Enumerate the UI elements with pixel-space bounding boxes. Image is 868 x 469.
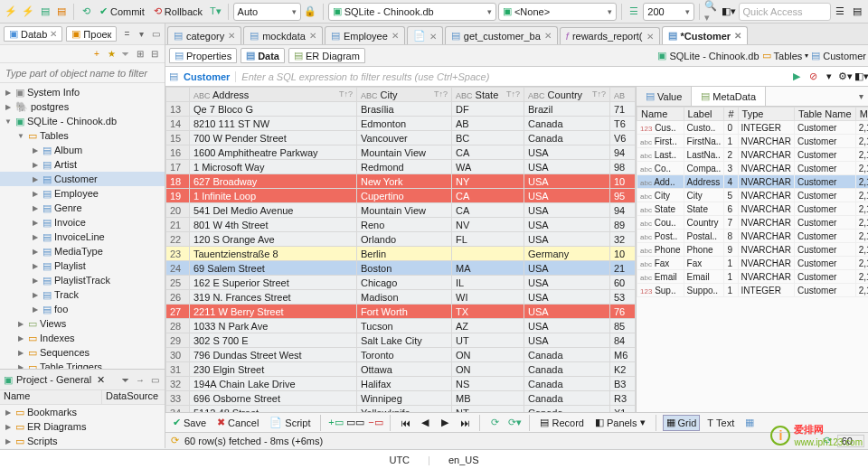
tree-table-customer[interactable]: ▶▤Customer (0, 172, 165, 186)
table-row[interactable]: 345112 48 StreetYellowknifeNTCanadaX1 (166, 406, 636, 413)
tree-table-employee[interactable]: ▶▤Employee (0, 186, 165, 201)
tree-table-playlisttrack[interactable]: ▶▤PlaylistTrack (0, 273, 165, 287)
tree-table-genre[interactable]: ▶▤Genre (0, 201, 165, 215)
perspective-icon[interactable]: ☰ (833, 4, 848, 20)
quick-access-input[interactable]: Quick Access (739, 3, 831, 21)
close-icon[interactable]: ✕ (50, 29, 57, 39)
tab-projects[interactable]: ▣Проек (66, 26, 117, 42)
table-row[interactable]: 281033 N Park AveTucsonAZUSA85 (166, 319, 636, 333)
meta-row[interactable]: abc Co..Compa..3NVARCHARCustomer2,147,48… (637, 162, 869, 175)
text-view-button[interactable]: TText (703, 415, 738, 431)
col-city[interactable]: ABC CityT↑? (357, 88, 452, 102)
minimize-icon[interactable]: ▭ (149, 28, 162, 41)
tree-node[interactable]: ▶▭Views (0, 316, 165, 331)
editor-tab[interactable]: ▤get_customer_ba✕ (445, 26, 558, 44)
tree-table-playlist[interactable]: ▶▤Playlist (0, 258, 165, 273)
tree-node[interactable]: ▼▣SQLite - Chinook.db (0, 114, 165, 128)
filter-input[interactable]: Enter a SQL expression to filter results… (236, 71, 788, 82)
editor-tab[interactable]: ▤*Customer✕ (662, 26, 749, 44)
editor-tab[interactable]: ▤Employee✕ (325, 26, 405, 44)
table-row[interactable]: 272211 W Berry StreetFort WorthTXUSA76 (166, 305, 636, 319)
tab-er-diagram[interactable]: ▤ER Diagram (288, 48, 365, 63)
close-icon[interactable]: ✕ (734, 31, 741, 41)
filter-star-icon[interactable]: ★ (105, 48, 118, 61)
tree-node[interactable]: ▶▣System Info (0, 85, 165, 99)
table-row[interactable]: 31230 Elgin StreetOttawaONCanadaK2 (166, 362, 636, 377)
project-item[interactable]: ▶▭Scripts (0, 434, 165, 448)
table-row[interactable]: 25162 E Superior StreetChicagoILUSA60 (166, 276, 636, 290)
cancel-button[interactable]: ✖Cancel (213, 415, 262, 431)
tree-table-album[interactable]: ▶▤Album (0, 143, 165, 157)
close-icon[interactable]: ✕ (429, 32, 437, 42)
meta-settings-icon[interactable]: ▾ (854, 90, 867, 103)
tree-table-track[interactable]: ▶▤Track (0, 287, 165, 302)
meta-col[interactable]: Type (738, 108, 794, 121)
meta-row[interactable]: abc Last..LastNa..2NVARCHARCustomer2,147… (637, 148, 869, 162)
breadcrumb-tables[interactable]: Tables (774, 51, 803, 61)
record-button[interactable]: ▤Record (536, 415, 587, 431)
search-icon[interactable]: 🔍▾ (704, 4, 720, 20)
schema-combo[interactable]: ▣ <None> (498, 3, 617, 21)
close-icon[interactable]: ✕ (646, 32, 654, 42)
table-row[interactable]: 30796 Dundas Street WestTorontoONCanadaM… (166, 348, 636, 362)
table-row[interactable]: 15700 W Pender StreetVancouverBCCanadaV6 (166, 131, 636, 145)
editor-tab[interactable]: 📄✕ (407, 26, 443, 44)
col-country[interactable]: ABC CountryT↑? (524, 88, 610, 102)
table-row[interactable]: 26319 N. Frances StreetMadisonWIUSA53 (166, 290, 636, 305)
link-editor-icon[interactable]: = (120, 28, 133, 41)
meta-row[interactable]: abc EmailEmail1NVARCHARCustomer2,147,483 (637, 270, 869, 284)
meta-row[interactable]: abc FaxFax1NVARCHARCustomer2,147,483 (637, 257, 869, 270)
tree-node[interactable]: ▶▭Indexes (0, 331, 165, 345)
meta-col[interactable]: Max L (855, 108, 868, 121)
tab-data[interactable]: ▤Data (241, 48, 285, 63)
close-icon[interactable]: ✕ (392, 31, 399, 41)
table-row[interactable]: 23Tauentzienstraße 8BerlinGermany10 (166, 247, 636, 261)
copy-row-icon[interactable]: ▭▭ (347, 415, 363, 431)
meta-row[interactable]: abc Post..Postal..8NVARCHARCustomer2,147… (637, 230, 869, 243)
table-row[interactable]: 13Qe 7 Bloco GBrasíliaDFBrazil71 (166, 102, 636, 117)
table-row[interactable]: 33696 Osborne StreetWinnipegMBCanadaR3 (166, 391, 636, 406)
collapse-all-icon[interactable]: ⊟ (148, 48, 161, 61)
table-row[interactable]: 18627 BroadwayNew YorkNYUSA10 (166, 174, 636, 189)
expand-all-icon[interactable]: ⊞ (134, 48, 146, 61)
table-row[interactable]: 21801 W 4th StreetRenoNVUSA89 (166, 218, 636, 232)
limit-combo[interactable]: 200 (643, 3, 694, 21)
meta-col[interactable]: # (724, 108, 738, 121)
tree-table-invoice[interactable]: ▶▤Invoice (0, 215, 165, 230)
rows-icon[interactable]: ☰ (627, 4, 642, 20)
close-icon[interactable]: ✕ (309, 31, 316, 41)
meta-row[interactable]: abc Add..Address4NVARCHARCustomer2,147,4… (637, 175, 869, 189)
meta-col[interactable]: Table Name (794, 108, 855, 121)
tree-table-invoiceline[interactable]: ▶▤InvoiceLine (0, 230, 165, 244)
db-combo[interactable]: ▣ SQLite - Chinook.db (328, 3, 496, 21)
save-button[interactable]: ✔Save (169, 415, 210, 431)
rollback-button[interactable]: ⟲Rollback (150, 4, 206, 20)
project-item[interactable]: ▶▭ER Diagrams (0, 419, 165, 434)
meta-row[interactable]: 123 Sup..Suppo..1INTEGERCustomer2,147,48… (637, 284, 869, 297)
minimize-icon[interactable]: ▭ (148, 373, 161, 386)
tree-node[interactable]: ▼▭Tables (0, 128, 165, 143)
panels-button[interactable]: ◧Panels▾ (591, 415, 649, 431)
tree-node[interactable]: ▶▭Sequences (0, 345, 165, 360)
tx-icon[interactable]: ⟲ (79, 4, 94, 20)
plug-icon[interactable]: ⚡ (4, 4, 19, 20)
proj-arrow-icon[interactable]: → (134, 373, 146, 386)
meta-row[interactable]: abc PhonePhone9NVARCHARCustomer2,147,483 (637, 243, 869, 257)
tab-properties[interactable]: ▤Properties (169, 48, 237, 63)
sql-editor-icon[interactable]: ▤ (37, 4, 52, 20)
meta-row[interactable]: abc Cou..Country7NVARCHARCustomer2,147,4… (637, 216, 869, 230)
close-icon[interactable]: ✕ (97, 374, 105, 386)
editor-tab[interactable]: ▤mockdata✕ (243, 26, 323, 44)
table-row[interactable]: 29302 S 700 ESalt Lake CityUTUSA84 (166, 333, 636, 348)
refresh-icon[interactable]: ▾ (135, 28, 147, 41)
table-row[interactable]: 2469 Salem StreetBostonMAUSA21 (166, 261, 636, 276)
filter-icon[interactable]: ⏷ (119, 48, 132, 61)
meta-col[interactable]: Name (637, 108, 684, 121)
col-state[interactable]: ABC StateT↑? (452, 88, 524, 102)
meta-col[interactable]: Label (684, 108, 724, 121)
tree-node[interactable]: ▶🐘postgres (0, 99, 165, 114)
data-grid[interactable]: ABC AddressT↑? ABC CityT↑? ABC StateT↑? … (165, 87, 637, 412)
tx-dropdown-icon[interactable]: T▾ (208, 4, 223, 20)
settings-filter-icon[interactable]: ⚙▾ (837, 69, 854, 85)
col-extra[interactable]: AB (610, 88, 636, 102)
